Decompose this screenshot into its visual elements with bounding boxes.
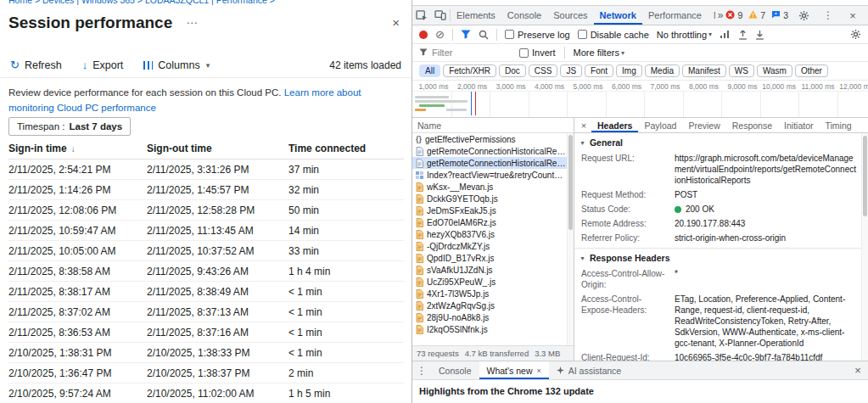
network-request-row[interactable]: 28j9U-noA8k8.js [412, 311, 567, 323]
clear-icon[interactable]: ⊘ [435, 29, 445, 40]
table-row[interactable]: 2/11/2025, 8:37:02 AM2/11/2025, 8:37:13 … [8, 302, 404, 322]
filter-pill-css[interactable]: CSS [529, 64, 558, 77]
network-request-row[interactable]: getRemoteConnectionHistoricalReports [412, 157, 567, 169]
breadcrumb[interactable]: Home > Devices | Windows 365 > LODAA3ZQC… [8, 0, 275, 5]
devtools-close-icon[interactable]: × [843, 9, 862, 22]
network-request-row[interactable]: 4Xr1-7l3W5Jp.js [412, 288, 567, 299]
filter-pill-doc[interactable]: Doc [499, 64, 526, 77]
network-request-row[interactable]: getRemoteConnectionHistoricalReports [412, 145, 567, 157]
search-icon[interactable] [479, 30, 489, 40]
network-settings-gear-icon[interactable] [850, 29, 861, 40]
drawer-tab-console[interactable]: Console [431, 361, 479, 379]
table-row[interactable]: 2/11/2025, 8:38:17 AM2/11/2025, 8:38:49 … [8, 282, 404, 302]
table-row[interactable]: 2/11/2025, 8:38:58 AM2/11/2025, 9:43:26 … [8, 261, 404, 282]
table-row[interactable]: 2/11/2025, 10:59:47 AM2/11/2025, 11:13:4… [8, 221, 404, 241]
detail-tab-preview[interactable]: Preview [682, 118, 725, 132]
filter-pill-fetch-xhr[interactable]: Fetch/XHR [443, 64, 496, 77]
filter-input[interactable]: Filter [419, 48, 511, 58]
disable-cache-checkbox[interactable]: Disable cache [578, 30, 649, 40]
record-icon[interactable] [419, 31, 428, 39]
network-request-row[interactable]: sVaAfkU1JZdN.js [412, 264, 567, 276]
network-request-row[interactable]: QpdID_B17vRx.js [412, 252, 567, 264]
more-filters-button[interactable]: More filters▾ [574, 48, 624, 58]
network-request-row[interactable]: 2xtWzAgRqvSg.js [412, 299, 567, 311]
detail-close-icon[interactable]: × [576, 118, 591, 132]
network-request-row[interactable]: Index?reactView=true&retryCount=0&l... [412, 169, 567, 181]
general-section-header[interactable]: ▼General [574, 133, 861, 151]
timespan-filter-pill[interactable]: Timespan : Last 7 days [8, 117, 131, 136]
drawer-close-icon[interactable]: × [848, 361, 868, 379]
filter-pill-ws[interactable]: WS [729, 64, 754, 77]
invert-checkbox[interactable]: Invert [519, 48, 556, 58]
table-row[interactable]: 2/11/2025, 1:14:26 PM2/11/2025, 1:45:57 … [8, 180, 404, 200]
tab-elements[interactable]: Elements [451, 6, 501, 25]
tab-sources[interactable]: Sources [547, 6, 593, 25]
filter-pill-js[interactable]: JS [560, 64, 582, 77]
column-header-sign-out-time[interactable]: Sign-out time [147, 143, 288, 154]
kebab-menu-icon[interactable]: ⋮ [819, 9, 837, 21]
tab-performance[interactable]: Performance [642, 6, 708, 25]
detail-tab-initiator[interactable]: Initiator [778, 118, 819, 132]
drawer-menu-icon[interactable]: ⋮ [412, 361, 431, 379]
table-row[interactable]: 2/11/2025, 12:08:06 PM2/11/2025, 12:58:2… [8, 200, 404, 221]
columns-button[interactable]: Columns ▾ [143, 59, 210, 71]
filter-pill-all[interactable]: All [419, 64, 440, 77]
preserve-log-checkbox[interactable]: Preserve log [505, 30, 570, 40]
drawer-tab-ai-assistance[interactable]: AI assistance [549, 361, 629, 379]
network-request-row[interactable]: {}getEffectivePermissions [412, 133, 567, 145]
console-errors-badge[interactable]: 9 [725, 10, 742, 21]
scrollbar-thumb[interactable] [568, 135, 573, 230]
column-header-sign-in-time[interactable]: Sign-in time↓ [8, 143, 147, 154]
more-tabs-icon[interactable]: » [715, 6, 726, 25]
filter-pill-media[interactable]: Media [645, 64, 680, 77]
tab-network[interactable]: Network [594, 6, 642, 25]
detail-tab-payload[interactable]: Payload [638, 118, 682, 132]
export-button[interactable]: ↓ Export [82, 59, 124, 71]
table-row[interactable]: 2/10/2025, 1:36:47 PM2/10/2025, 1:38:37 … [8, 363, 404, 383]
column-header-time-connected[interactable]: Time connected [288, 143, 404, 154]
filter-pill-other[interactable]: Other [795, 64, 828, 77]
detail-tab-response[interactable]: Response [726, 118, 778, 132]
network-request-row[interactable]: wKsx-__Mevan.js [412, 181, 567, 193]
refresh-button[interactable]: ↻ Refresh [10, 59, 62, 71]
scrollbar-thumb[interactable] [863, 136, 867, 216]
import-har-icon[interactable] [738, 30, 748, 40]
table-row[interactable]: 2/10/2025, 9:57:24 AM2/10/2025, 11:02:00… [8, 383, 404, 403]
table-row[interactable]: 2/10/2025, 1:38:31 PM2/10/2025, 1:38:33 … [8, 343, 404, 363]
name-column-header[interactable]: Name [412, 118, 574, 133]
filter-pill-img[interactable]: Img [616, 64, 642, 77]
inspect-icon[interactable] [412, 6, 431, 25]
tab-memory[interactable]: Memory [708, 6, 715, 25]
more-options-icon[interactable]: … [186, 13, 199, 26]
network-request-row[interactable]: EdO70elAM6Rz.js [412, 216, 567, 228]
tab-console[interactable]: Console [501, 6, 547, 25]
panel-close-icon[interactable]: × [392, 15, 400, 30]
table-row[interactable]: 2/11/2025, 10:05:00 AM2/11/2025, 10:37:5… [8, 241, 404, 261]
detail-tab-timing[interactable]: Timing [819, 118, 857, 132]
table-row[interactable]: 2/11/2025, 2:54:21 PM2/11/2025, 3:31:26 … [8, 160, 404, 180]
network-request-row[interactable]: DckkG9YETOqb.js [412, 193, 567, 204]
tab-close-icon[interactable]: × [536, 367, 540, 375]
issues-badge[interactable]: 3 [771, 10, 788, 20]
drawer-tab-what-s-new[interactable]: What's new× [479, 361, 549, 379]
response-headers-section-header[interactable]: ▼Response Headers [574, 248, 861, 266]
filter-pill-font[interactable]: Font [585, 64, 613, 77]
console-warnings-badge[interactable]: 7 [748, 10, 765, 20]
network-request-row[interactable]: I2kqO5SlNfnk.js [412, 323, 567, 335]
request-list-scrollbar[interactable] [567, 133, 574, 345]
filter-pill-manifest[interactable]: Manifest [682, 64, 726, 77]
network-request-row[interactable]: UcZi95XPeuW_.js [412, 276, 567, 288]
filter-pill-wasm[interactable]: Wasm [757, 64, 792, 77]
detail-tab-headers[interactable]: Headers [591, 118, 638, 132]
throttling-select[interactable]: No throttling▾ [657, 30, 712, 40]
filter-funnel-icon[interactable] [461, 30, 471, 39]
export-har-icon[interactable] [755, 30, 764, 40]
table-row[interactable]: 2/11/2025, 8:36:53 AM2/11/2025, 8:37:16 … [8, 322, 404, 343]
network-request-row[interactable]: -QjDrdczMkZY.js [412, 240, 567, 252]
network-conditions-icon[interactable] [720, 30, 731, 39]
gear-icon[interactable] [794, 10, 813, 21]
device-toolbar-icon[interactable] [431, 6, 450, 25]
network-request-row[interactable]: JeDmSFxEakJ5.js [412, 204, 567, 216]
network-request-row[interactable]: hezyXQb837V6.js [412, 228, 567, 240]
network-overview-timeline[interactable]: 1,000 ms2,000 ms3,000 ms4,000 ms5,000 ms… [412, 81, 868, 118]
